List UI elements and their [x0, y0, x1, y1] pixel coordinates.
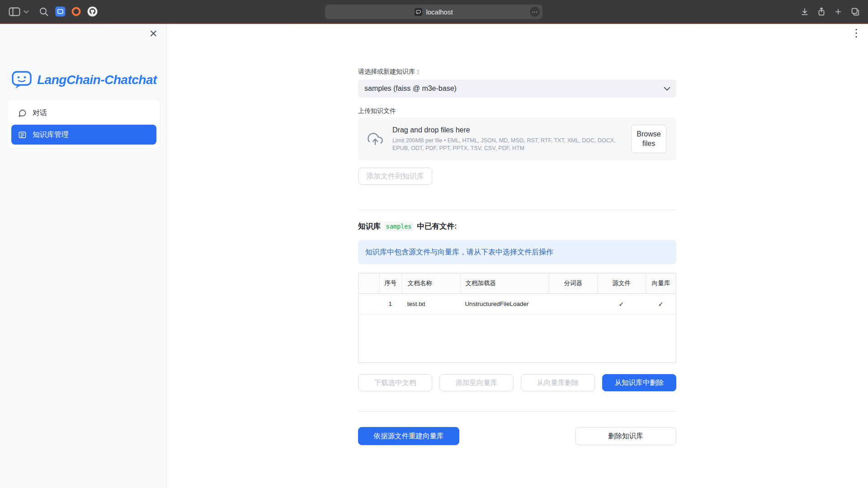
sidebar-item-kb-management[interactable]: 知识库管理 [11, 125, 156, 145]
table-cell-index [359, 294, 379, 314]
chat-icon [18, 109, 27, 117]
address-bar[interactable]: localhost ⋯ [325, 5, 542, 19]
kb-select[interactable]: samples (faiss @ m3e-base) [358, 80, 676, 98]
delete-kb-button[interactable]: 删除知识库 [575, 427, 676, 445]
table-header-row: 序号 文档名称 文档加载器 分词器 源文件 向量库 [359, 273, 676, 294]
content-column: 请选择或新建知识库： samples (faiss @ m3e-base) 上传… [358, 24, 676, 488]
dropzone-title: Drag and drop files here [392, 126, 623, 134]
download-selected-button[interactable]: 下载选中文档 [358, 374, 432, 391]
logo-chat-icon [11, 70, 32, 90]
add-files-to-kb-button[interactable]: 添加文件到知识库 [358, 168, 432, 185]
table-header-splitter: 分词器 [549, 273, 597, 293]
kb-actions-row: 依据源文件重建向量库 删除知识库 [358, 427, 676, 445]
sidebar-item-label: 对话 [33, 108, 47, 118]
kb-list-icon [18, 131, 27, 139]
file-actions-row: 下载选中文档 添加至向量库 从向量库删除 从知识库中删除 [358, 374, 676, 391]
delete-from-kb-button[interactable]: 从知识库中删除 [602, 374, 676, 391]
app-logo: LangChain-Chatchat [11, 70, 157, 90]
site-favicon [415, 8, 422, 16]
cloud-upload-icon [366, 131, 385, 147]
check-icon: ✓ [597, 294, 646, 314]
table-cell-docname: test.txt [401, 294, 461, 314]
new-tab-icon[interactable] [834, 0, 843, 23]
browser-toolbar: localhost ⋯ [0, 0, 868, 23]
pinned-app-blue-icon[interactable] [55, 0, 66, 23]
divider [358, 210, 676, 210]
table-header-seq: 序号 [379, 273, 401, 293]
kb-select-label: 请选择或新建知识库： [358, 68, 421, 76]
check-icon: ✓ [646, 294, 676, 314]
table-header-loader: 文档加载器 [460, 273, 548, 293]
table-header-index [359, 273, 379, 293]
sidebar-item-label: 知识库管理 [33, 130, 69, 140]
search-icon[interactable] [39, 0, 49, 23]
table-cell-seq: 1 [379, 294, 401, 314]
file-dropzone[interactable]: Drag and drop files here Limit 200MB per… [358, 117, 676, 160]
close-icon[interactable]: × [149, 27, 157, 40]
files-heading-suffix: 中已有文件: [417, 221, 457, 231]
sidebar: × LangChain-Chatchat 对话 知识库管理 [0, 24, 167, 488]
share-icon[interactable] [816, 0, 826, 23]
kb-name-code: samples [384, 222, 414, 231]
sidebar-item-chat[interactable]: 对话 [11, 103, 156, 123]
page-options-icon[interactable]: ⋯ [530, 7, 540, 17]
tab-overview-icon[interactable] [850, 0, 860, 23]
table-header-vectorstore: 向量库 [646, 273, 676, 293]
remove-from-vector-button[interactable]: 从向量库删除 [521, 374, 595, 391]
main-area: ⋮ 请选择或新建知识库： samples (faiss @ m3e-base) … [167, 24, 868, 488]
files-heading-prefix: 知识库 [358, 221, 381, 231]
kebab-menu-icon[interactable]: ⋮ [851, 28, 862, 38]
info-banner-text: 知识库中包含源文件与向量库，请从下表中选择文件后操作 [365, 248, 553, 257]
files-table: 序号 文档名称 文档加载器 分词器 源文件 向量库 1 test.txt Uns… [358, 273, 676, 363]
kb-select-value: samples (faiss @ m3e-base) [364, 84, 457, 93]
table-row[interactable]: 1 test.txt UnstructuredFileLoader ✓ ✓ [359, 294, 676, 314]
chevron-down-icon[interactable] [24, 0, 29, 23]
chevron-down-icon [664, 87, 670, 91]
downloads-icon[interactable] [800, 0, 810, 23]
dropzone-text: Drag and drop files here Limit 200MB per… [392, 126, 623, 152]
table-cell-splitter [549, 294, 597, 314]
sidebar-toggle-icon[interactable] [9, 0, 20, 23]
url-text: localhost [426, 8, 453, 16]
browse-files-button[interactable]: Browse files [631, 125, 666, 153]
table-header-sourcefile: 源文件 [597, 273, 646, 293]
table-header-docname: 文档名称 [401, 273, 461, 293]
rebuild-vector-button[interactable]: 依据源文件重建向量库 [358, 427, 459, 445]
files-heading: 知识库 samples 中已有文件: [358, 221, 457, 231]
info-banner: 知识库中包含源文件与向量库，请从下表中选择文件后操作 [358, 240, 676, 264]
dropzone-limit: Limit 200MB per file • EML, HTML, JSON, … [392, 137, 623, 152]
github-icon[interactable] [87, 0, 98, 23]
sidebar-menu: 对话 知识库管理 [8, 99, 160, 148]
table-cell-loader: UnstructuredFileLoader [460, 294, 548, 314]
upload-label: 上传知识文件 [358, 107, 396, 115]
add-to-vector-button[interactable]: 添加至向量库 [439, 374, 514, 391]
logo-text: LangChain-Chatchat [37, 73, 157, 87]
divider [358, 411, 676, 412]
pinned-app-orange-icon[interactable] [71, 0, 81, 23]
